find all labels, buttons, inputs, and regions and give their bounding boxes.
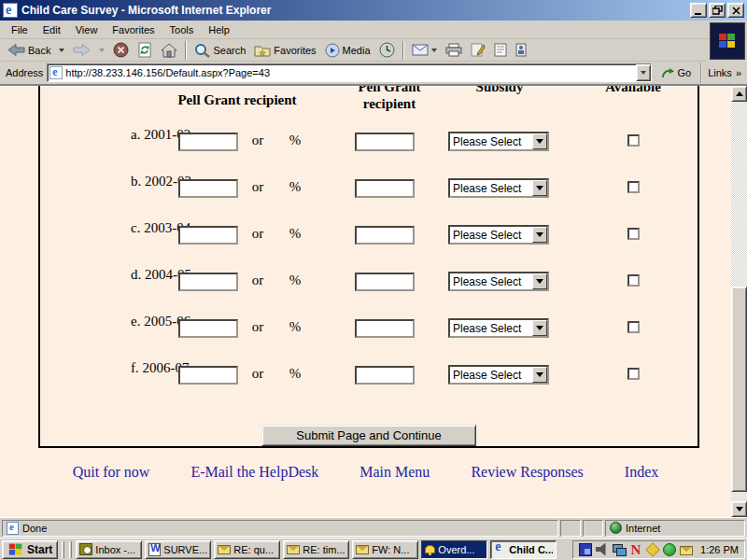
- available-checkbox[interactable]: [627, 134, 640, 147]
- diamond-icon[interactable]: [645, 542, 659, 556]
- chevron-down-icon[interactable]: [532, 133, 547, 149]
- chevron-down-icon[interactable]: [532, 367, 547, 383]
- subsidy-select[interactable]: Please Select: [448, 318, 549, 338]
- taskbar-item-fw-n[interactable]: FW: N...: [352, 540, 418, 559]
- pell-count-input[interactable]: [178, 133, 238, 151]
- taskbar-grip[interactable]: [69, 541, 72, 558]
- title-bar[interactable]: e Child Care Survey - Microsoft Internet…: [0, 0, 747, 21]
- taskbar-item-overdue-reminder[interactable]: Overd...: [421, 540, 487, 559]
- close-button[interactable]: [727, 3, 744, 18]
- chevron-down-icon[interactable]: [532, 227, 547, 243]
- link-email-helpdesk[interactable]: E-Mail the HelpDesk: [190, 464, 318, 481]
- home-button[interactable]: [157, 40, 181, 61]
- available-checkbox[interactable]: [627, 321, 640, 333]
- subsidy-select[interactable]: Please Select: [448, 365, 549, 385]
- link-main-menu[interactable]: Main Menu: [359, 464, 430, 481]
- norton-icon[interactable]: N: [629, 543, 642, 556]
- submit-button[interactable]: Submit Page and Continue: [261, 425, 476, 446]
- address-label: Address: [6, 67, 43, 78]
- menu-file[interactable]: File: [4, 22, 35, 37]
- globe-icon[interactable]: [663, 543, 676, 556]
- subsidy-select[interactable]: Please Select: [448, 225, 549, 245]
- link-review-responses[interactable]: Review Responses: [471, 464, 583, 481]
- pell-count-input[interactable]: [178, 179, 238, 198]
- volume-icon[interactable]: [596, 543, 609, 556]
- back-dropdown[interactable]: [55, 40, 68, 61]
- stop-button[interactable]: [109, 40, 133, 61]
- address-dropdown[interactable]: [636, 64, 651, 81]
- chevron-down-icon[interactable]: [532, 180, 547, 196]
- media-button[interactable]: Media: [321, 40, 374, 61]
- subsidy-select[interactable]: Please Select: [448, 178, 549, 198]
- refresh-button[interactable]: [134, 40, 156, 61]
- pell-count-input[interactable]: [178, 319, 238, 338]
- links-bar[interactable]: Links »: [700, 63, 745, 83]
- start-button[interactable]: Start: [2, 540, 58, 559]
- non-pell-count-input[interactable]: [355, 319, 415, 338]
- available-checkbox[interactable]: [627, 228, 640, 240]
- ie-e-glyph: e: [6, 3, 11, 18]
- mail-icon[interactable]: [680, 546, 693, 555]
- pell-count-input[interactable]: [178, 366, 238, 385]
- available-checkbox[interactable]: [627, 274, 640, 287]
- survey-row-2004-05: d. 2004-05 or % Please Select: [40, 265, 698, 312]
- restore-button[interactable]: [709, 3, 726, 18]
- link-index[interactable]: Index: [625, 464, 658, 481]
- non-pell-count-input[interactable]: [355, 226, 415, 245]
- back-button[interactable]: Back: [4, 40, 54, 61]
- chevron-right-icon[interactable]: »: [736, 67, 741, 78]
- mail-icon: [412, 44, 429, 56]
- menu-help[interactable]: Help: [201, 22, 237, 37]
- inbox-clock-icon: [79, 543, 92, 555]
- pell-count-input[interactable]: [178, 273, 238, 291]
- scroll-down-button[interactable]: [731, 501, 747, 517]
- menu-edit[interactable]: Edit: [35, 22, 68, 37]
- forward-button[interactable]: [69, 40, 94, 61]
- minimize-button[interactable]: [690, 3, 707, 18]
- taskbar-grip[interactable]: [62, 541, 64, 558]
- chevron-down-icon[interactable]: [532, 320, 547, 336]
- browser-viewport: Pell Grant recipient Pell Grant recipien…: [0, 84, 747, 517]
- mail-button[interactable]: [408, 40, 441, 61]
- non-pell-count-input[interactable]: [355, 273, 415, 291]
- taskbar-clock[interactable]: 1:26 PM: [697, 544, 739, 555]
- address-input[interactable]: e http://38.233.146.156/Default.aspx?Pag…: [47, 63, 651, 82]
- messenger-button[interactable]: [512, 40, 530, 61]
- available-checkbox[interactable]: [627, 181, 640, 193]
- print-button[interactable]: [442, 40, 466, 61]
- edit-button[interactable]: [467, 40, 489, 61]
- menu-tools[interactable]: Tools: [162, 22, 202, 37]
- taskbar-item-inbox[interactable]: Inbox -...: [76, 540, 142, 559]
- non-pell-count-input[interactable]: [355, 366, 415, 385]
- discuss-button[interactable]: [490, 40, 511, 61]
- app-icon[interactable]: [579, 543, 592, 556]
- non-pell-count-input[interactable]: [355, 179, 415, 198]
- go-button[interactable]: Go: [655, 63, 698, 83]
- taskbar-item-re-tim[interactable]: RE: tim...: [283, 540, 349, 559]
- or-label: or: [244, 226, 272, 242]
- scrollbar-thumb[interactable]: [731, 287, 747, 492]
- taskbar-item-child-care-survey[interactable]: e Child C...: [490, 540, 557, 559]
- status-empty-pane: [583, 520, 603, 537]
- chevron-down-icon[interactable]: [532, 273, 547, 289]
- norton-n-glyph: N: [631, 542, 641, 557]
- word-w-glyph: W: [150, 542, 160, 553]
- forward-dropdown[interactable]: [95, 40, 108, 61]
- subsidy-select[interactable]: Please Select: [448, 272, 549, 291]
- taskbar-item-survey-doc[interactable]: W SURVE...: [145, 540, 211, 559]
- favorites-button[interactable]: Favorites: [250, 40, 319, 61]
- network-icon[interactable]: [613, 543, 626, 556]
- history-button[interactable]: [375, 40, 399, 61]
- link-quit[interactable]: Quit for now: [73, 464, 150, 481]
- vertical-scrollbar[interactable]: [731, 86, 747, 517]
- menu-view[interactable]: View: [68, 22, 106, 37]
- subsidy-select[interactable]: Please Select: [448, 132, 549, 151]
- toolbar-separator: [185, 41, 187, 60]
- pell-count-input[interactable]: [178, 226, 238, 245]
- scroll-up-button[interactable]: [731, 86, 747, 102]
- taskbar-item-re-qu[interactable]: RE: qu...: [214, 540, 280, 559]
- non-pell-count-input[interactable]: [355, 133, 415, 151]
- menu-favorites[interactable]: Favorites: [105, 22, 162, 37]
- available-checkbox[interactable]: [627, 368, 640, 380]
- search-button[interactable]: Search: [190, 40, 249, 61]
